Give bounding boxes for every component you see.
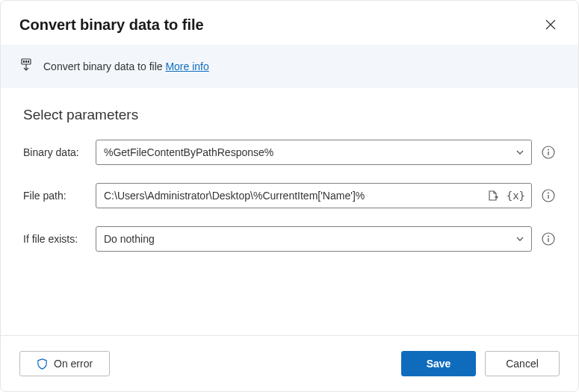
shield-icon <box>37 358 48 370</box>
file-picker-icon <box>487 190 499 202</box>
svg-point-12 <box>548 236 549 237</box>
dialog-title: Convert binary data to file <box>19 16 204 34</box>
close-icon <box>545 19 557 31</box>
row-binary-data: Binary data: <box>23 140 556 165</box>
file-path-input-container[interactable]: {x} <box>96 183 532 208</box>
binary-data-input[interactable] <box>96 142 513 163</box>
chevron-down-icon <box>515 147 525 158</box>
close-button[interactable] <box>542 16 560 34</box>
info-icon <box>542 189 555 202</box>
file-picker-button[interactable] <box>486 188 501 203</box>
row-file-path: File path: {x} <box>23 183 556 208</box>
convert-file-icon <box>19 58 33 75</box>
if-exists-info[interactable] <box>541 231 556 246</box>
binary-data-dropdown-button[interactable] <box>513 146 527 159</box>
variable-picker-button[interactable]: {x} <box>505 188 527 203</box>
svg-point-9 <box>548 193 549 194</box>
info-icon <box>542 232 555 246</box>
if-exists-value: Do nothing <box>96 228 513 249</box>
save-label: Save <box>427 358 451 370</box>
save-button[interactable]: Save <box>401 351 476 376</box>
banner-text: Convert binary data to file More info <box>43 60 209 72</box>
variable-icon: {x} <box>507 190 525 202</box>
info-icon <box>542 146 555 159</box>
dialog-footer: On error Save Cancel <box>1 335 578 391</box>
file-path-info[interactable] <box>541 188 556 203</box>
more-info-link[interactable]: More info <box>165 60 208 72</box>
cancel-label: Cancel <box>506 358 539 370</box>
svg-point-6 <box>548 149 549 151</box>
label-binary-data: Binary data: <box>23 146 87 158</box>
svg-rect-2 <box>25 60 27 63</box>
chevron-down-icon <box>515 234 525 244</box>
binary-data-input-container[interactable] <box>96 140 532 165</box>
binary-data-info[interactable] <box>541 145 556 160</box>
label-file-path: File path: <box>23 190 87 202</box>
banner-text-label: Convert binary data to file <box>43 60 163 72</box>
file-path-input[interactable] <box>96 185 486 206</box>
row-if-exists: If file exists: Do nothing <box>23 226 556 252</box>
on-error-button[interactable]: On error <box>19 351 110 376</box>
on-error-label: On error <box>54 358 93 370</box>
svg-rect-3 <box>28 60 29 63</box>
footer-right: Save Cancel <box>401 351 560 376</box>
if-exists-select[interactable]: Do nothing <box>96 226 532 252</box>
if-exists-dropdown-button[interactable] <box>513 232 527 246</box>
svg-rect-1 <box>23 60 25 63</box>
label-if-exists: If file exists: <box>23 233 87 245</box>
cancel-button[interactable]: Cancel <box>485 351 560 376</box>
info-banner: Convert binary data to file More info <box>1 45 578 88</box>
section-title: Select parameters <box>23 107 556 123</box>
dialog-header: Convert binary data to file <box>1 1 578 45</box>
dialog-content: Select parameters Binary data: File path… <box>1 88 578 335</box>
